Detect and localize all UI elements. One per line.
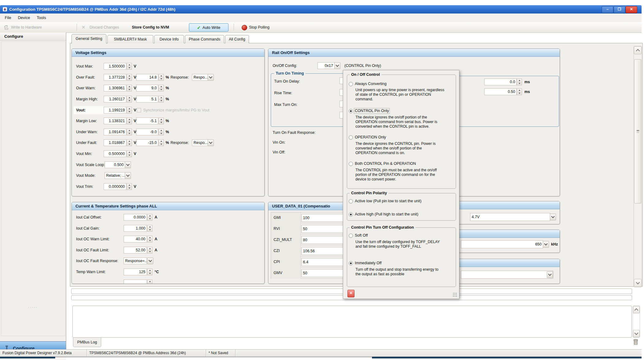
spinner[interactable] — [159, 85, 164, 91]
stop-polling-button[interactable]: Stop Polling — [249, 22, 270, 33]
spinner[interactable] — [159, 74, 164, 81]
radio-always-converting[interactable] — [349, 82, 353, 86]
spinner[interactable] — [127, 96, 132, 103]
spinner[interactable] — [127, 150, 132, 157]
radio-control-pin-only[interactable] — [349, 109, 353, 113]
radio-soft-off[interactable] — [349, 234, 353, 238]
store-config-to-nvm-button[interactable]: Store Config to NVM — [132, 22, 169, 33]
spinner[interactable] — [127, 63, 132, 70]
dropdown-button[interactable] — [147, 257, 153, 264]
scroll-down-button[interactable] — [633, 330, 640, 337]
option-label[interactable]: CONTROL Pin Only — [354, 108, 389, 114]
radio-both-control-operation[interactable] — [349, 162, 353, 166]
iout-cal-offset-input[interactable]: 0.0000 — [124, 214, 147, 221]
menu-file[interactable]: File — [2, 14, 13, 22]
popup-resize-grip[interactable] — [453, 292, 457, 297]
over-warn-pct-input[interactable]: 9.0 — [136, 85, 158, 91]
scrollbar-thumb[interactable] — [634, 59, 641, 203]
spinner[interactable] — [517, 88, 522, 95]
menu-device[interactable]: Device — [15, 14, 33, 22]
under-fault-pct-input[interactable]: -15.0 — [136, 139, 158, 146]
over-fault-input[interactable]: 1.377228 — [104, 74, 126, 81]
tab-device-info[interactable]: Device Info — [154, 35, 184, 43]
vin-combo[interactable]: 4.7V — [470, 213, 550, 221]
dropdown-button[interactable] — [334, 62, 340, 69]
under-fault-input[interactable]: 1.018867 — [104, 139, 126, 146]
tab-smbalert-mask[interactable]: SMBALERT# Mask — [107, 35, 153, 43]
spinner[interactable] — [159, 96, 164, 103]
vout-scale-loop-combo[interactable]: 0.500 — [105, 161, 125, 168]
clipped-input[interactable] — [124, 280, 147, 284]
tab-pmbus-log[interactable]: PMBus Log — [73, 338, 101, 347]
popup-close-button[interactable]: ✕ — [347, 290, 355, 297]
main-scrollbar[interactable] — [634, 46, 642, 287]
radio-active-low[interactable] — [349, 199, 353, 203]
close-button[interactable]: ✕ — [626, 6, 637, 13]
dropdown-button[interactable] — [547, 271, 553, 278]
radio-operation-only[interactable] — [349, 135, 353, 140]
onoff-config-combo[interactable]: 0x17 — [317, 62, 335, 69]
hidden-combo[interactable] — [461, 271, 553, 279]
spinner[interactable] — [127, 107, 132, 114]
option-label[interactable]: OPERATION Only — [355, 135, 386, 140]
margin-high-input[interactable]: 1.260117 — [104, 96, 126, 103]
spinner[interactable] — [147, 280, 152, 284]
tab-general-setting[interactable]: General Setting — [71, 34, 106, 44]
dropdown-button[interactable] — [208, 74, 214, 81]
dropdown-button[interactable] — [550, 214, 556, 220]
vout-min-input[interactable]: 0.500000 — [104, 150, 126, 157]
menu-tools[interactable]: Tools — [34, 14, 48, 22]
over-fault-pct-input[interactable]: 14.8 — [136, 74, 158, 81]
spinner[interactable] — [517, 79, 522, 85]
margin-low-input[interactable]: 1.138321 — [104, 118, 126, 124]
radio-active-high[interactable] — [349, 212, 353, 217]
tab-phase-commands[interactable]: Phase Commands — [185, 35, 224, 43]
over-warn-input[interactable]: 1.306961 — [104, 85, 126, 91]
scroll-up-button[interactable] — [633, 306, 640, 313]
iout-oc-fault-response-combo[interactable]: Response=... — [124, 257, 147, 264]
spinner[interactable] — [127, 85, 132, 91]
dropdown-button[interactable] — [208, 139, 214, 146]
spinner[interactable] — [127, 129, 132, 135]
dropdown-button[interactable] — [543, 241, 549, 248]
spinner[interactable] — [159, 139, 164, 146]
spinner[interactable] — [147, 225, 152, 232]
scroll-down-button[interactable] — [634, 279, 642, 287]
option-label[interactable]: Immediately Off — [355, 261, 381, 266]
vout-input[interactable]: 1.199219 — [104, 107, 126, 114]
fall-time-input[interactable]: 0.50 — [484, 88, 517, 95]
iout-cal-gain-input[interactable]: 1.000 — [124, 225, 147, 232]
radio-immediately-off[interactable] — [349, 261, 353, 265]
spinner[interactable] — [127, 183, 132, 190]
minimize-button[interactable]: – — [602, 6, 613, 13]
switching-frequency-combo[interactable]: 650 — [461, 240, 543, 248]
option-label[interactable]: Active high (Pull high to start the unit… — [355, 212, 418, 217]
dropdown-button[interactable] — [125, 161, 131, 168]
spinner[interactable] — [147, 214, 152, 221]
turn-off-delay-input[interactable]: 0.0 — [484, 79, 517, 85]
sidebar-tree-panel[interactable] — [1, 41, 65, 336]
spinner[interactable] — [127, 139, 132, 146]
under-warn-input[interactable]: 1.091476 — [104, 129, 126, 135]
option-label[interactable]: Soft Off — [355, 233, 368, 238]
log-scrollbar[interactable] — [633, 306, 640, 338]
iout-oc-warn-limit-input[interactable]: 40.00 — [124, 236, 147, 242]
margin-high-pct-input[interactable]: 5.1 — [136, 96, 158, 103]
vout-max-input[interactable]: 1.500000 — [104, 63, 126, 70]
option-label[interactable]: Both CONTROL Pin & OPERATION — [355, 161, 416, 166]
under-fault-response-combo[interactable]: Respo... — [192, 139, 208, 146]
pmbus-log-output[interactable] — [72, 306, 632, 338]
spinner[interactable] — [147, 247, 152, 254]
auto-write-button[interactable]: ✓ Auto Write — [189, 23, 228, 32]
over-fault-response-combo[interactable]: Respo... — [192, 74, 208, 81]
spinner[interactable] — [147, 236, 152, 242]
spinner[interactable] — [127, 74, 132, 81]
spinner[interactable] — [159, 118, 164, 124]
under-warn-pct-input[interactable]: -9.0 — [136, 129, 158, 135]
spinner[interactable] — [147, 269, 152, 275]
vout-mode-combo[interactable]: Relative; ... — [105, 172, 125, 179]
scroll-up-button[interactable] — [634, 46, 642, 54]
maximize-button[interactable]: ❐ — [614, 6, 625, 13]
temp-warn-limit-input[interactable]: 125 — [124, 269, 147, 275]
clear-log-trash-icon[interactable] — [632, 338, 639, 347]
